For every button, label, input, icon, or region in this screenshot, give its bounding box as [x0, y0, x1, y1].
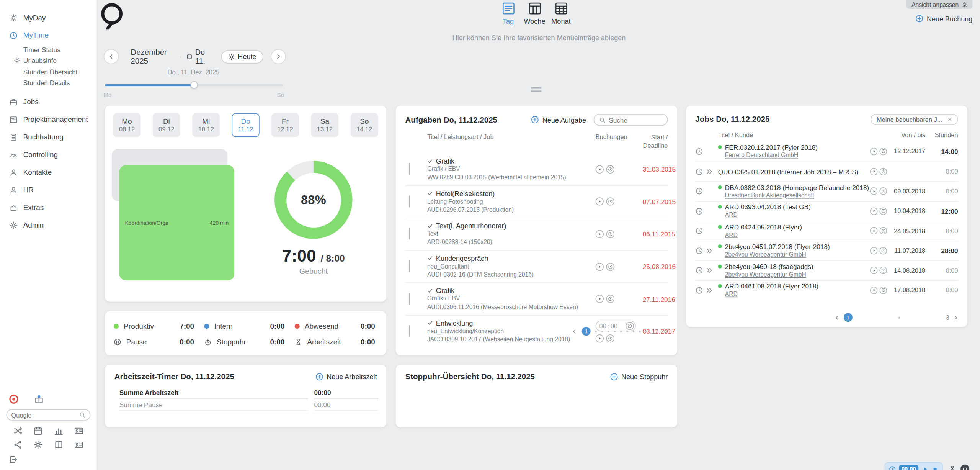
job-customer-link[interactable]: ARD [725, 231, 870, 239]
hourglass-icon[interactable] [949, 465, 956, 470]
today-button[interactable]: Heute [221, 50, 263, 63]
start-booking-button[interactable] [596, 295, 604, 303]
task-drag-handle[interactable] [409, 325, 410, 337]
page-prev-icon[interactable] [572, 328, 578, 334]
job-timer-icon[interactable] [696, 168, 703, 175]
book-time-button[interactable] [879, 187, 887, 195]
next-day-button[interactable] [271, 49, 286, 64]
treemap-block-koordination[interactable]: Koordination/Orga 420 min [119, 165, 234, 280]
task-row[interactable]: Grafik Grafik / EBV WW.0289.CD.03.2015 (… [405, 153, 668, 185]
sidebar-item-controlling[interactable]: Controlling [0, 146, 97, 164]
sidebar-item-myday[interactable]: MyDay [0, 9, 97, 26]
job-customer-link[interactable]: Ferrero Deutschland GmbH [725, 151, 870, 159]
task-row[interactable]: Hotel(Reisekosten) Leitung Fotoshooting … [405, 185, 668, 218]
job-row[interactable]: FER.0320.12.2017 (Fyler 2018) Ferrero De… [696, 141, 958, 161]
page-last[interactable]: 17 [652, 328, 658, 335]
day-button-di[interactable]: Di09.12 [153, 113, 180, 137]
book-time-button[interactable] [606, 230, 614, 238]
start-booking-button[interactable] [870, 207, 878, 215]
task-drag-handle[interactable] [409, 195, 410, 207]
power-button[interactable] [960, 465, 969, 470]
idcard-icon[interactable] [74, 426, 84, 436]
start-booking-button[interactable] [870, 287, 878, 294]
book-time-button[interactable] [879, 287, 887, 294]
tab-woche[interactable]: Woche [521, 2, 548, 25]
share-icon[interactable] [13, 440, 23, 450]
calendar-icon[interactable] [33, 426, 43, 436]
timer-stop-icon[interactable] [932, 465, 939, 470]
weekday-slider[interactable] [105, 82, 283, 90]
task-drag-handle[interactable] [409, 293, 410, 305]
workflow-icon[interactable] [13, 426, 23, 436]
sidebar-item-buchhaltung[interactable]: Buchhaltung [0, 128, 97, 146]
new-booking-button[interactable]: Neue Buchung [915, 15, 972, 23]
handbook-icon[interactable] [54, 440, 64, 450]
job-row[interactable]: ARD.0461.08.2018 (Flyer 2018) ARD 17.08.… [696, 280, 958, 300]
page-current[interactable]: 1 [582, 327, 591, 336]
sidebar-item-jobs[interactable]: Jobs [0, 93, 97, 111]
page-prev-icon[interactable] [834, 314, 840, 320]
book-time-button[interactable] [879, 247, 887, 255]
task-drag-handle[interactable] [409, 260, 410, 272]
sidebar-item-mytime[interactable]: MyTime [0, 26, 97, 44]
day-button-mi[interactable]: Mi10.12 [192, 113, 220, 137]
target-icon[interactable] [9, 394, 19, 404]
timer-play-icon[interactable] [921, 465, 928, 470]
report-icon[interactable] [54, 426, 64, 436]
task-row[interactable]: Kundengespräch neu_Consultant AUDI-0302-… [405, 250, 668, 283]
day-button-do[interactable]: Do11.12 [232, 113, 260, 137]
job-customer-link[interactable]: 2be4you Werbeagentur GmbH [725, 250, 870, 259]
job-timer-icon[interactable] [696, 227, 703, 235]
collapse-handle[interactable] [531, 87, 542, 93]
slider-thumb[interactable] [190, 81, 198, 89]
job-row[interactable]: 2be4you-0460-18 (fsaegadgs) 2be4you Werb… [696, 260, 958, 280]
tab-tag[interactable]: Tag [495, 2, 521, 25]
job-expand-icon[interactable] [706, 287, 713, 294]
day-button-sa[interactable]: Sa13.12 [311, 113, 338, 137]
job-timer-icon[interactable] [696, 207, 703, 215]
task-search-input[interactable] [609, 116, 662, 124]
job-expand-icon[interactable] [706, 247, 713, 255]
book-time-button[interactable] [879, 147, 887, 155]
book-time-button[interactable] [879, 267, 887, 274]
page-next-icon[interactable] [663, 328, 668, 334]
day-button-so[interactable]: So14.12 [351, 113, 378, 137]
settings-icon[interactable] [33, 440, 43, 450]
start-booking-button[interactable] [596, 262, 604, 270]
prev-day-button[interactable] [104, 49, 119, 64]
start-booking-button[interactable] [596, 198, 604, 206]
start-booking-button[interactable] [870, 267, 878, 274]
job-row[interactable]: ARD.0393.04.2018 (Test GB) ARD 10.04.201… [696, 201, 958, 221]
job-expand-icon[interactable] [706, 168, 713, 175]
book-time-button[interactable] [879, 207, 887, 215]
sidebar-item-admin[interactable]: Admin [0, 216, 97, 234]
page-last[interactable]: 3 [946, 314, 949, 321]
start-booking-button[interactable] [870, 187, 878, 195]
job-row[interactable]: ARD.0424.05.2018 (Flyer) ARD 24.05.2018 … [696, 221, 958, 241]
page-current[interactable]: 1 [844, 313, 853, 322]
gift-icon[interactable] [34, 394, 44, 404]
date-picker[interactable]: Do 11. [186, 48, 212, 66]
page-next-icon[interactable] [953, 314, 959, 320]
job-timer-icon[interactable] [696, 247, 703, 255]
new-stopwatch-button[interactable]: Neue Stoppuhr [610, 372, 668, 380]
job-customer-link[interactable]: 2be4you Werbeagentur GmbH [725, 270, 870, 278]
job-expand-icon[interactable] [706, 267, 713, 274]
job-customer-link[interactable]: ARD [725, 290, 870, 298]
job-row[interactable]: QUO.0325.01.2018 (Interner Job 2018 – M … [696, 161, 958, 181]
month-selector[interactable]: Dezember 2025 [131, 48, 174, 66]
quogle-search[interactable] [6, 409, 90, 421]
task-row[interactable]: Text(l. Agenturhonorar) Text ARD-00288-1… [405, 218, 668, 250]
contact-card-icon[interactable] [74, 440, 84, 450]
start-booking-button[interactable] [870, 247, 878, 255]
job-timer-icon[interactable] [696, 187, 703, 195]
logout-button[interactable] [6, 451, 90, 464]
sidebar-item-projektmanagement[interactable]: Projektmanagement [0, 111, 97, 128]
book-time-button[interactable] [606, 295, 614, 303]
book-time-button[interactable] [606, 262, 614, 270]
customize-view-button[interactable]: Ansicht anpassen [906, 0, 972, 9]
tab-monat[interactable]: Monat [548, 2, 574, 25]
new-worktime-button[interactable]: Neue Arbeitszeit [315, 372, 377, 380]
job-row[interactable]: 2be4you.0451.07.2018 (Flyer 2018) 2be4yo… [696, 241, 958, 260]
quogle-search-input[interactable] [11, 411, 79, 418]
